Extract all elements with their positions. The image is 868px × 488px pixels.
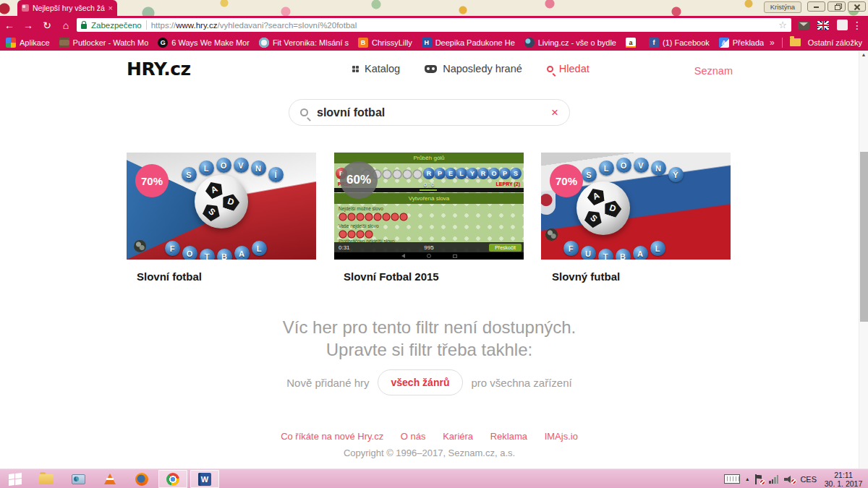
- minimize-button[interactable]: [807, 1, 825, 12]
- nav-naposledy-hrane[interactable]: Naposledy hrané: [425, 63, 522, 74]
- footer-link-kariera[interactable]: Kariéra: [443, 431, 473, 442]
- nav-hledat[interactable]: Hledat: [547, 63, 590, 74]
- taskbar-clock[interactable]: 21:11 30. 1. 2017: [822, 471, 864, 488]
- gamepad-icon: [425, 65, 437, 73]
- game-title[interactable]: Slovní Fotbal 2015: [344, 270, 439, 283]
- globe-icon: [134, 240, 146, 252]
- google-translate-favicon-icon: A: [719, 38, 729, 48]
- other-bookmarks-button[interactable]: Ostatní záložky: [808, 38, 862, 47]
- soccer-ball: ADS: [576, 181, 630, 235]
- volume-muted-icon[interactable]: [784, 475, 794, 484]
- label-best-word: Nejdelší možné slovo: [339, 206, 383, 211]
- facebook-favicon-icon: f: [649, 38, 659, 48]
- globe-icon: [545, 228, 558, 241]
- error-badge: [760, 479, 765, 485]
- site-logo[interactable]: HRY.cz: [127, 59, 191, 80]
- rating-badge: 70%: [135, 164, 169, 197]
- team-name-right: LEPRY (2): [496, 181, 520, 187]
- bookmark-facebook[interactable]: f(1) Facebook: [649, 38, 710, 48]
- empty-results-message: Víc her pro tento filtr není dostupných.…: [0, 316, 859, 361]
- back-icon[interactable]: ←: [0, 20, 19, 31]
- screenshot-status-bar: 0:31 995 Přeskočit: [334, 242, 524, 252]
- windows-logo-icon: [9, 473, 22, 486]
- nav-katalog[interactable]: Katalog: [352, 63, 400, 74]
- game-card-slovni-fotbal-2015[interactable]: Průběh gólů P RPELYROPS PRSA 0 : 0 LEPRY…: [334, 153, 524, 260]
- bookmark-amazon[interactable]: a: [626, 38, 639, 48]
- security-label: Zabezpečeno: [91, 21, 142, 30]
- bookmark-6ways[interactable]: G6 Ways We Make Mor: [158, 38, 250, 48]
- game-card-slovny-futbal[interactable]: 70% SLOVNÝ ADS FUTBAL: [541, 153, 731, 260]
- control-panel-icon: [72, 474, 85, 484]
- footer-link-feedback[interactable]: Co říkáte na nové Hry.cz: [281, 431, 383, 442]
- bookmark-chrissylilly[interactable]: BChrissyLilly: [358, 38, 412, 48]
- bookmark-fit-veronika[interactable]: Fit Veronika: Mlsání s: [259, 38, 349, 48]
- address-bar[interactable]: Zabezpečeno https://www.hry.cz/vyhledava…: [77, 18, 791, 32]
- seznam-login-link[interactable]: Seznam: [694, 65, 733, 77]
- browser-tab[interactable]: Nejlepší hry všech žánrů ×: [17, 0, 117, 16]
- folder-icon: [790, 38, 801, 46]
- h-favicon-icon: H: [422, 38, 432, 48]
- clock-date: 30. 1. 2017: [822, 479, 864, 488]
- chrome-menu-icon[interactable]: ⋮: [852, 20, 862, 31]
- game-title[interactable]: Slovní fotbal: [137, 270, 202, 283]
- bookmark-deepika[interactable]: HDeepika Padukone He: [422, 38, 515, 48]
- filter-prefix: Nově přidané hry: [286, 377, 369, 389]
- letter-balls-bottom: FOTBAL: [137, 241, 294, 256]
- vlc-cone-icon: [104, 474, 116, 484]
- network-signal-icon[interactable]: [769, 475, 778, 484]
- tray-expand-icon[interactable]: ▴: [746, 476, 749, 482]
- translate-flag-extension-icon[interactable]: [817, 21, 829, 30]
- catalog-grid-icon: [352, 66, 359, 72]
- scrollbar-thumb[interactable]: [860, 152, 868, 322]
- keyboard-icon[interactable]: [724, 474, 740, 484]
- genre-filter-button[interactable]: všech žánrů: [378, 369, 464, 395]
- start-button[interactable]: [0, 469, 30, 488]
- extension-icon[interactable]: [837, 20, 848, 30]
- footer-link-reklama[interactable]: Reklama: [490, 431, 527, 442]
- bookmark-translate[interactable]: APřekladač Google: [719, 38, 764, 48]
- bookmark-putlocker[interactable]: Putlocker - Watch Mo: [59, 38, 149, 48]
- secure-lock-icon: [81, 24, 87, 29]
- folder-icon: [39, 474, 54, 484]
- clock-time: 21:11: [822, 471, 864, 479]
- word-balls-row: [339, 213, 408, 221]
- firefox-button[interactable]: [127, 469, 156, 488]
- mail-extension-icon[interactable]: [798, 21, 809, 30]
- firefox-icon: [135, 473, 148, 486]
- action-center-flag-icon[interactable]: [754, 474, 763, 484]
- bookmark-star-icon[interactable]: ☆: [778, 20, 787, 30]
- tab-title: Nejlepší hry všech žánrů: [33, 4, 105, 12]
- forward-icon[interactable]: →: [19, 20, 38, 31]
- game-card-slovni-fotbal[interactable]: 70% SLOVNÍ ADS FOTBAL: [127, 153, 316, 260]
- footer-link-imajs[interactable]: IMAjs.io: [545, 431, 578, 442]
- restore-button[interactable]: [827, 1, 846, 12]
- clear-search-icon[interactable]: ×: [551, 106, 558, 120]
- vlc-button[interactable]: [95, 469, 124, 488]
- language-indicator[interactable]: CES: [800, 475, 817, 484]
- search-bar[interactable]: ×: [289, 99, 570, 126]
- soccer-ball: ADS: [195, 175, 248, 228]
- home-icon[interactable]: ⌂: [56, 20, 75, 31]
- bookmark-apps[interactable]: Aplikace: [6, 38, 50, 48]
- profile-button[interactable]: Kristýna: [764, 1, 801, 13]
- mute-badge: [791, 479, 796, 484]
- bookmark-living[interactable]: Living.cz - vše o bydle: [524, 38, 616, 48]
- bookmarks-overflow-icon[interactable]: »: [770, 38, 775, 48]
- search-input[interactable]: [317, 106, 542, 119]
- tab-close-icon[interactable]: ×: [109, 4, 113, 12]
- blue-letter-balls: RPELYROPS: [424, 168, 522, 179]
- chrome-button-active[interactable]: [158, 470, 187, 488]
- game-title[interactable]: Slovný futbal: [552, 270, 620, 283]
- scrollbar[interactable]: ▲: [859, 51, 868, 468]
- close-button[interactable]: [848, 1, 866, 12]
- word-balls-row: [339, 230, 373, 239]
- blogger-favicon-icon: B: [358, 38, 368, 48]
- control-panel-button[interactable]: [64, 469, 93, 488]
- reload-icon[interactable]: ↻: [38, 20, 56, 31]
- site-nav: Katalog Naposledy hrané Hledat: [352, 63, 590, 74]
- footer-link-o-nas[interactable]: O nás: [401, 431, 426, 442]
- file-explorer-button[interactable]: [32, 469, 61, 488]
- scroll-up-icon[interactable]: ▲: [859, 52, 868, 57]
- g-favicon-icon: G: [158, 38, 168, 48]
- word-button-active[interactable]: W: [190, 470, 219, 488]
